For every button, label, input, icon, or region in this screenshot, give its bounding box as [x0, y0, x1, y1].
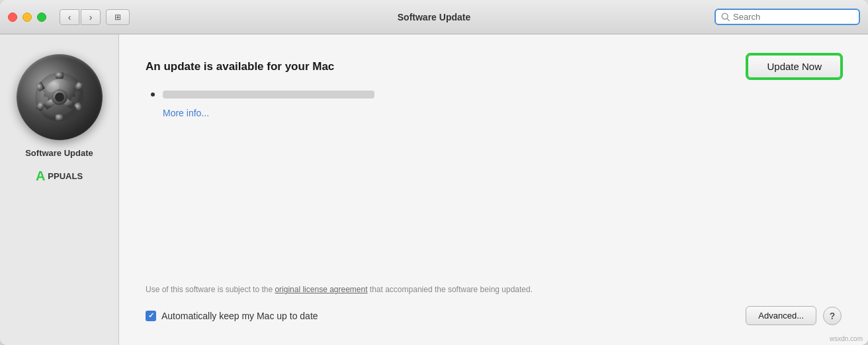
- help-button[interactable]: ?: [823, 307, 842, 325]
- traffic-lights: [8, 13, 46, 22]
- appuals-icon: A: [36, 169, 45, 184]
- auto-update-label: Automatically keep my Mac up to date: [161, 311, 318, 321]
- search-field-wrapper: [715, 9, 860, 25]
- checkmark-icon: ✓: [148, 311, 154, 320]
- svg-line-1: [727, 19, 730, 21]
- update-now-button[interactable]: Update Now: [747, 54, 842, 79]
- software-update-icon: [17, 54, 103, 140]
- grid-view-button[interactable]: ⊞: [106, 9, 130, 25]
- bottom-row: ✓ Automatically keep my Mac up to date A…: [146, 306, 842, 325]
- svg-point-0: [722, 13, 728, 19]
- minimize-button[interactable]: [22, 13, 32, 22]
- license-text-part1: Use of this software is subject to the: [146, 285, 275, 294]
- content-area: Software Update A PPUALS An update is av…: [0, 34, 868, 345]
- forward-button[interactable]: ›: [81, 9, 101, 25]
- sidebar: Software Update A PPUALS: [0, 34, 119, 345]
- auto-update-checkbox[interactable]: ✓: [146, 311, 156, 321]
- update-header-row: An update is available for your Mac Upda…: [146, 54, 842, 79]
- update-item-text-bar: [163, 91, 374, 98]
- auto-update-checkbox-wrapper: ✓ Automatically keep my Mac up to date: [146, 311, 746, 321]
- license-text-part2: that accompanied the software being upda…: [368, 285, 533, 294]
- maximize-button[interactable]: [37, 13, 46, 22]
- back-button[interactable]: ‹: [60, 9, 79, 25]
- search-icon: [721, 13, 730, 22]
- more-info-link[interactable]: More info...: [163, 108, 842, 118]
- bullet-point: [151, 93, 155, 96]
- update-title: An update is available for your Mac: [146, 60, 334, 73]
- close-button[interactable]: [8, 13, 17, 22]
- main-panel: An update is available for your Mac Upda…: [119, 34, 868, 345]
- gear-svg: [26, 64, 93, 130]
- svg-rect-11: [56, 114, 64, 121]
- window-title: Software Update: [398, 12, 470, 22]
- search-input[interactable]: [733, 12, 853, 22]
- update-item-row: [146, 91, 842, 98]
- sidebar-app-label: Software Update: [25, 148, 93, 158]
- svg-point-7: [55, 93, 64, 102]
- appuals-label: PPUALS: [48, 171, 83, 181]
- svg-rect-8: [56, 72, 64, 79]
- license-link[interactable]: original license agreement: [275, 285, 367, 294]
- titlebar: ‹ › ⊞ Software Update: [0, 0, 868, 34]
- license-text: Use of this software is subject to the o…: [146, 284, 595, 295]
- advanced-button[interactable]: Advanced...: [746, 306, 816, 325]
- appuals-branding: A PPUALS: [36, 169, 83, 184]
- nav-buttons: ‹ ›: [60, 9, 101, 25]
